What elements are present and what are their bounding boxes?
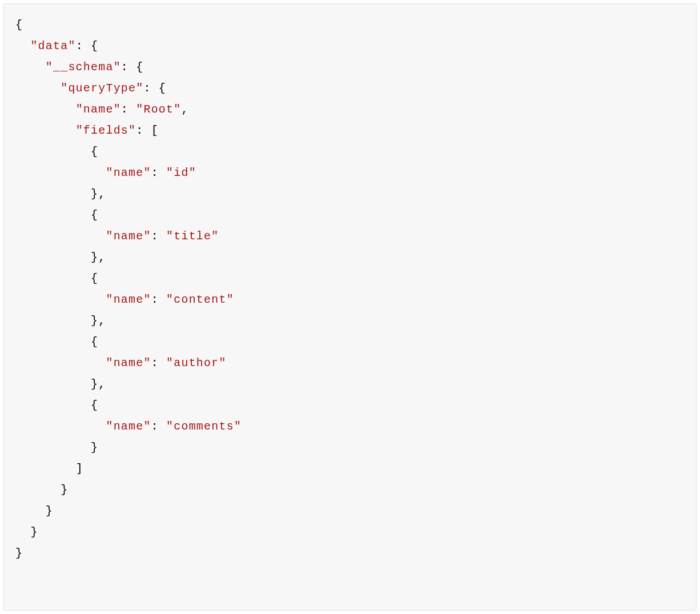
brace-open: {: [15, 18, 23, 31]
indent: [15, 124, 76, 137]
indent: [15, 504, 46, 517]
colon: :: [151, 230, 159, 243]
json-key: "name": [106, 356, 151, 370]
brace-open: {: [91, 399, 98, 412]
json-value: "comments": [166, 420, 242, 433]
comma: ,: [98, 378, 106, 391]
brace-close: }: [46, 504, 53, 517]
colon: :: [121, 103, 128, 116]
brace-open: {: [91, 335, 98, 348]
json-key: "name": [106, 166, 151, 179]
brace-open: {: [91, 272, 98, 285]
indent: [15, 525, 30, 539]
brace-close: }: [30, 525, 38, 539]
indent: [15, 230, 106, 243]
brace-close: }: [91, 441, 98, 454]
indent: [15, 82, 61, 95]
indent: [15, 145, 91, 158]
json-key: "name": [106, 420, 151, 433]
json-value: "id": [166, 166, 196, 179]
comma: ,: [98, 314, 106, 327]
json-key: "name": [76, 103, 121, 116]
json-value: "content": [166, 293, 234, 306]
comma: ,: [98, 251, 106, 264]
brace-close: }: [91, 314, 98, 327]
indent: [15, 166, 106, 179]
colon: :: [151, 356, 159, 370]
indent: [15, 314, 91, 327]
code-block: { "data": { "__schema": { "queryType": {…: [3, 3, 697, 611]
bracket-open: [: [151, 124, 159, 137]
indent: [15, 399, 91, 412]
brace-close: }: [91, 378, 98, 391]
json-key: "queryType": [61, 82, 143, 95]
indent: [15, 293, 106, 306]
code-content: { "data": { "__schema": { "queryType": {…: [15, 14, 685, 564]
colon: :: [151, 420, 159, 433]
brace-open: {: [91, 145, 98, 158]
json-value: "Root": [136, 103, 181, 116]
indent: [15, 272, 91, 285]
brace-close: }: [61, 483, 68, 496]
json-key: "data": [30, 39, 75, 53]
indent: [15, 356, 106, 370]
json-key: "name": [106, 230, 151, 243]
brace-open: {: [91, 39, 98, 53]
indent: [15, 187, 91, 200]
indent: [15, 483, 61, 496]
colon: :: [76, 39, 83, 53]
indent: [15, 462, 76, 475]
indent: [15, 378, 91, 391]
brace-close: }: [15, 547, 23, 560]
colon: :: [136, 124, 143, 137]
colon: :: [151, 166, 159, 179]
indent: [15, 251, 91, 264]
brace-close: }: [91, 251, 98, 264]
comma: ,: [181, 103, 188, 116]
indent: [15, 208, 91, 222]
indent: [15, 103, 76, 116]
colon: :: [121, 61, 128, 74]
bracket-close: ]: [76, 462, 83, 475]
indent: [15, 39, 30, 53]
json-key: "name": [106, 293, 151, 306]
brace-open: {: [136, 61, 143, 74]
brace-close: }: [91, 187, 98, 200]
indent: [15, 61, 46, 74]
comma: ,: [98, 187, 106, 200]
json-value: "title": [166, 230, 219, 243]
json-key: "__schema": [46, 61, 121, 74]
brace-open: {: [159, 82, 166, 95]
json-value: "author": [166, 356, 227, 370]
indent: [15, 441, 91, 454]
brace-open: {: [91, 208, 98, 222]
indent: [15, 420, 106, 433]
colon: :: [151, 293, 159, 306]
colon: :: [143, 82, 151, 95]
indent: [15, 335, 91, 348]
json-key: "fields": [76, 124, 136, 137]
